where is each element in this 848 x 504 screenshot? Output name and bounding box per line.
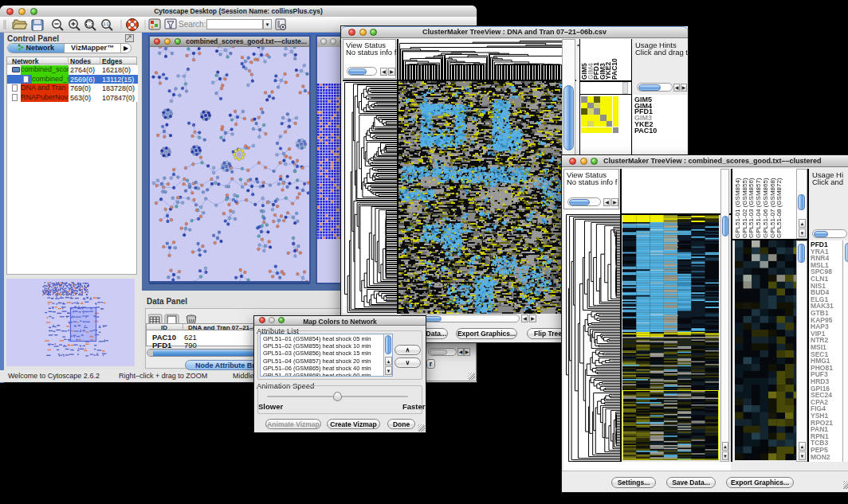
svg-text:1:1: 1:1 [104,21,109,26]
